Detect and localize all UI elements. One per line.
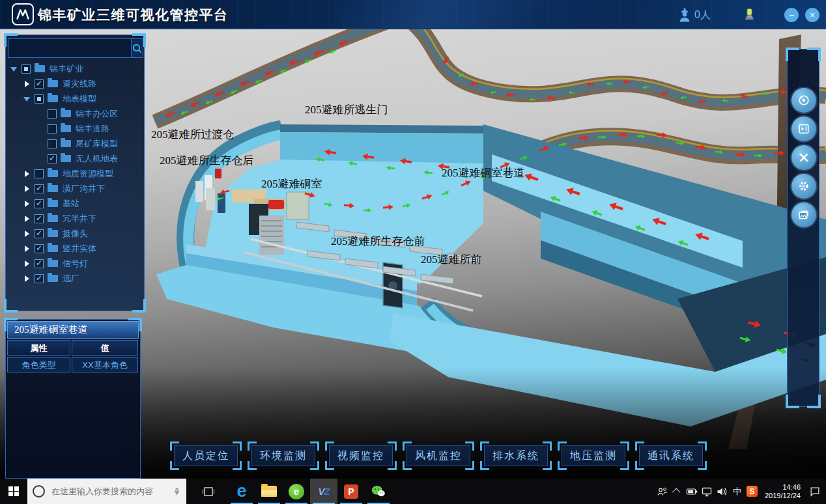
- taskbar-clock[interactable]: 14:46 2019/12/24: [765, 483, 801, 500]
- system-button-label[interactable]: 地压监测: [562, 445, 625, 466]
- system-button-label[interactable]: 视频监控: [329, 445, 393, 466]
- taskbar-app-vz[interactable]: VZ: [310, 479, 337, 504]
- taskbar-search-input[interactable]: [50, 486, 167, 497]
- layer-checkbox[interactable]: [48, 154, 57, 163]
- expand-arrow-icon[interactable]: [23, 275, 31, 283]
- system-button-7[interactable]: 通讯系统: [637, 443, 705, 468]
- tree-item[interactable]: 竖井实体: [6, 241, 144, 256]
- tree-item[interactable]: 地质资源模型: [6, 166, 144, 181]
- expand-arrow-icon[interactable]: [23, 260, 31, 268]
- system-button-6[interactable]: 地压监测: [560, 443, 627, 468]
- tree-item[interactable]: 无人机地表: [6, 151, 144, 166]
- taskbar-app-edge[interactable]: e: [228, 479, 255, 504]
- tree-item-label: 选厂: [63, 273, 79, 285]
- tools-icon: [797, 151, 810, 164]
- app-window: 锦丰矿业三维可视化管控平台 0人 − ×: [0, 0, 826, 504]
- taskbar-app-explorer[interactable]: [255, 479, 283, 504]
- expand-arrow-icon[interactable]: [23, 80, 31, 88]
- taskbar-app-powerpoint[interactable]: P: [337, 479, 365, 504]
- expand-arrow-icon: [36, 140, 44, 148]
- minimize-button[interactable]: −: [784, 8, 799, 22]
- layer-checkbox[interactable]: [35, 94, 44, 104]
- tray-expand-chevron[interactable]: [671, 479, 683, 504]
- system-button-5[interactable]: 排水系统: [482, 443, 550, 468]
- system-button-3[interactable]: 视频监控: [327, 443, 395, 468]
- folder-icon: [48, 260, 58, 267]
- table-row[interactable]: 角色类型 XX基本角色: [7, 357, 139, 372]
- tree-item[interactable]: 摄像头: [6, 226, 144, 241]
- layer-checkbox[interactable]: [35, 274, 44, 283]
- tree-item[interactable]: 地表模型: [6, 91, 144, 106]
- layer-checkbox[interactable]: [35, 199, 44, 208]
- viewport-3d[interactable]: 205避难所逃生门205避难所过渡仓205避难所生存仓后205避难硐室205避难…: [0, 29, 826, 479]
- microphone-icon[interactable]: [173, 484, 181, 498]
- start-button[interactable]: [0, 479, 27, 504]
- tree-item[interactable]: 锦丰矿业: [6, 61, 144, 76]
- expand-arrow-icon[interactable]: [10, 65, 18, 73]
- layer-checkbox[interactable]: [35, 184, 44, 193]
- sogou-icon[interactable]: S: [746, 479, 758, 504]
- ime-indicator[interactable]: 中: [731, 479, 743, 504]
- folder-icon: [61, 110, 71, 117]
- layer-checkbox[interactable]: [35, 169, 44, 178]
- tree-item-label: 冗半井下: [63, 213, 96, 225]
- layer-checkbox[interactable]: [35, 229, 44, 238]
- overview-button[interactable]: [791, 88, 816, 113]
- layer-checkbox[interactable]: [48, 139, 57, 148]
- tree-item[interactable]: 尾矿库模型: [6, 136, 144, 151]
- expand-arrow-icon[interactable]: [23, 95, 31, 103]
- speaker-icon[interactable]: [716, 479, 728, 504]
- powerpoint-icon: P: [344, 484, 358, 499]
- layer-search-input[interactable]: [8, 38, 132, 58]
- tree-item[interactable]: 信号灯: [6, 256, 144, 271]
- tree-item-label: 无人机地表: [76, 153, 118, 165]
- taskbar-app-browser-360[interactable]: e: [283, 479, 310, 504]
- system-button-label[interactable]: 排水系统: [484, 445, 548, 466]
- tree-item[interactable]: 避灾线路: [6, 76, 144, 91]
- layer-checkbox[interactable]: [48, 124, 57, 133]
- layer-checkbox[interactable]: [35, 259, 44, 268]
- tree-item[interactable]: 锦丰道路: [6, 121, 144, 136]
- layer-checkbox[interactable]: [21, 64, 31, 74]
- settings-button[interactable]: [791, 174, 816, 199]
- tree-item[interactable]: 锦丰办公区: [6, 106, 144, 121]
- system-button-label[interactable]: 环境监测: [251, 445, 315, 466]
- system-button-label[interactable]: 人员定位: [174, 445, 238, 466]
- expand-arrow-icon[interactable]: [23, 200, 31, 208]
- page-title: 锦丰矿业三维可视化管控平台: [38, 6, 229, 24]
- tree-item[interactable]: 潢厂沟井下: [6, 181, 144, 196]
- system-button-label[interactable]: 通讯系统: [639, 445, 703, 466]
- tree-item-label: 基站: [63, 198, 79, 210]
- layer-checkbox[interactable]: [48, 109, 57, 119]
- close-button[interactable]: ×: [805, 8, 819, 22]
- taskbar-app-wechat[interactable]: [365, 479, 392, 504]
- tree-item[interactable]: 冗半井下: [6, 211, 144, 226]
- taskbar-search[interactable]: [27, 479, 186, 504]
- miner-icon: [677, 7, 692, 23]
- task-view-button[interactable]: [195, 479, 221, 504]
- expand-arrow-icon[interactable]: [23, 185, 31, 193]
- expand-arrow-icon[interactable]: [23, 215, 31, 223]
- battery-icon[interactable]: [686, 479, 698, 504]
- folder-icon: [61, 155, 71, 162]
- system-button-label[interactable]: 风机监控: [406, 445, 470, 466]
- system-button-2[interactable]: 环境监测: [249, 443, 317, 468]
- expand-arrow-icon[interactable]: [23, 230, 31, 238]
- layer-checkbox[interactable]: [35, 79, 44, 89]
- expand-arrow-icon[interactable]: [23, 245, 31, 253]
- people-icon[interactable]: [656, 479, 668, 504]
- expand-arrow-icon[interactable]: [23, 170, 31, 178]
- column-header-attr: 属性: [7, 340, 70, 356]
- settings-icon: [797, 180, 810, 193]
- system-button-1[interactable]: 人员定位: [172, 443, 240, 468]
- tree-item[interactable]: 基站: [6, 196, 144, 211]
- layer-checkbox[interactable]: [35, 214, 44, 223]
- network-icon[interactable]: [701, 479, 713, 504]
- action-center-icon[interactable]: [808, 479, 821, 504]
- tree-item[interactable]: 选厂: [6, 271, 144, 286]
- layer-checkbox[interactable]: [35, 244, 44, 253]
- system-button-4[interactable]: 风机监控: [405, 443, 472, 468]
- video-button[interactable]: [791, 117, 816, 141]
- gallery-button[interactable]: [791, 203, 816, 227]
- tools-button[interactable]: [791, 145, 816, 170]
